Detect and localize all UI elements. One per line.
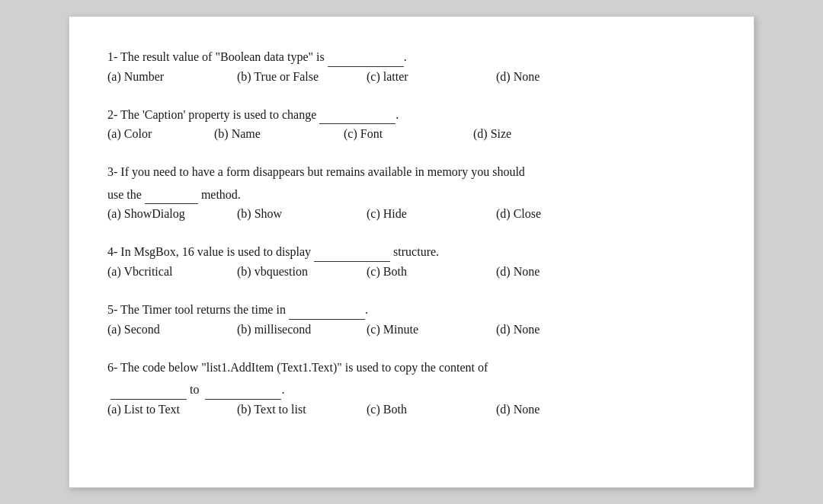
q2-option-b: (b) Name: [214, 127, 336, 141]
q6-option-c: (c) Both: [367, 403, 488, 416]
q2-blank: [319, 123, 395, 124]
q3-option-d: (d) Close: [496, 207, 618, 221]
q6-options: (a) List to Text (b) Text to list (c) Bo…: [107, 403, 716, 416]
q3-options: (a) ShowDialog (b) Show (c) Hide (d) Clo…: [107, 207, 716, 221]
q6-blank1: [110, 399, 187, 400]
q2-option-d: (d) Size: [473, 127, 595, 141]
q4-option-b: (b) vbquestion: [237, 265, 359, 279]
q4-option-c: (c) Both: [367, 265, 488, 279]
q5-option-a: (a) Second: [107, 323, 229, 337]
q2-option-c: (c) Font: [344, 127, 466, 141]
q5-blank: [289, 319, 365, 320]
q5-options: (a) Second (b) millisecond (c) Minute (d…: [107, 323, 716, 337]
q6-option-b: (b) Text to list: [237, 403, 359, 416]
q6-option-d: (d) None: [496, 403, 618, 416]
q3-option-b: (b) Show: [237, 207, 359, 221]
q5-text: 5- The Timer tool returns the time in.: [107, 300, 716, 320]
q4-blank: [314, 261, 390, 262]
q1-blank: [328, 66, 404, 67]
q3-option-c: (c) Hide: [367, 207, 488, 221]
question-3: 3- If you need to have a form disappears…: [107, 162, 716, 221]
q4-options: (a) Vbcritical (b) vbquestion (c) Both (…: [107, 265, 716, 279]
q5-option-d: (d) None: [496, 323, 618, 337]
q2-options: (a) Color (b) Name (c) Font (d) Size: [107, 127, 716, 141]
q3-blank: [145, 203, 198, 204]
q6-blank2: [205, 399, 281, 400]
q3-text-line2: use the method.: [107, 185, 716, 205]
q6-text-line1: 6- The code below "list1.AddItem (Text1.…: [107, 358, 716, 378]
question-6: 6- The code below "list1.AddItem (Text1.…: [107, 358, 716, 416]
q3-text-line1: 3- If you need to have a form disappears…: [107, 162, 716, 182]
q1-options: (a) Number (b) True or False (c) latter …: [107, 70, 716, 84]
q2-option-a: (a) Color: [107, 127, 207, 141]
q6-option-a: (a) List to Text: [107, 403, 229, 416]
question-1: 1- The result value of "Boolean data typ…: [107, 47, 716, 84]
q4-option-a: (a) Vbcritical: [107, 265, 229, 279]
q6-text-line2: to .: [107, 380, 716, 400]
q5-option-b: (b) millisecond: [237, 323, 359, 337]
question-4: 4- In MsgBox, 16 value is used to displa…: [107, 242, 716, 279]
q1-option-c: (c) latter: [367, 70, 488, 84]
question-2: 2- The 'Caption' property is used to cha…: [107, 105, 716, 142]
q2-text: 2- The 'Caption' property is used to cha…: [107, 105, 716, 125]
q4-option-d: (d) None: [496, 265, 618, 279]
q1-option-a: (a) Number: [107, 70, 229, 84]
q3-option-a: (a) ShowDialog: [107, 207, 229, 221]
page-container: 1- The result value of "Boolean data typ…: [69, 16, 754, 488]
q4-text: 4- In MsgBox, 16 value is used to displa…: [107, 242, 716, 262]
q5-option-c: (c) Minute: [367, 323, 488, 337]
question-5: 5- The Timer tool returns the time in. (…: [107, 300, 716, 337]
q1-option-d: (d) None: [496, 70, 618, 84]
q1-option-b: (b) True or False: [237, 70, 359, 84]
q1-text: 1- The result value of "Boolean data typ…: [107, 47, 716, 67]
